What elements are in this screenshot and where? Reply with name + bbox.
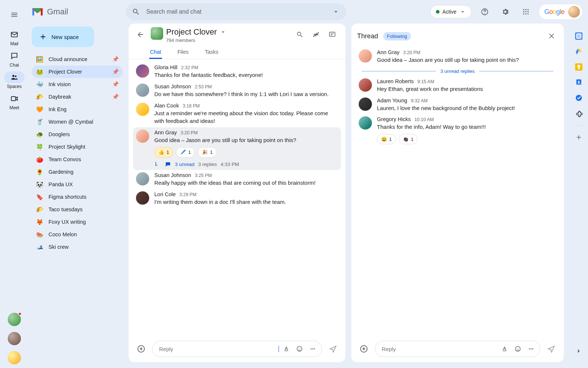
message[interactable]: Susan Johnson 3:25 PM Really happy with … [133, 170, 341, 189]
tasks-app-icon[interactable] [575, 94, 582, 102]
get-addons-button[interactable] [575, 134, 582, 141]
send-button[interactable] [326, 342, 340, 356]
following-badge[interactable]: Following [383, 32, 411, 40]
rail-meet[interactable]: Meet [3, 93, 26, 110]
emoji-button[interactable] [294, 343, 305, 355]
sidepanel-toggle-button[interactable] [571, 344, 586, 358]
calendar-app-icon[interactable]: 31 [575, 32, 582, 40]
chat-search-button[interactable] [293, 27, 307, 42]
space-row[interactable]: 🐢 Dooglers [32, 128, 123, 141]
reaction-chip[interactable]: 🎉1 [198, 147, 216, 158]
thread-send-button[interactable] [544, 342, 559, 356]
reaction-chip[interactable]: 🖊️1 [176, 147, 195, 158]
space-row[interactable]: 🌻 Gardening [32, 166, 123, 178]
svg-rect-17 [329, 32, 335, 36]
space-row[interactable]: 🐸 Project Clover 📌 [32, 66, 123, 78]
message[interactable]: Lauren Roberts 9:15 AM Hey Ethan, great … [356, 76, 559, 95]
apps-grid-button[interactable] [519, 4, 533, 19]
space-row[interactable]: 🖼️ Cloud announce 📌 [32, 53, 123, 66]
space-row[interactable]: 🍅 Team Convos [32, 153, 123, 166]
reply-box[interactable] [152, 341, 322, 357]
rail-account-2[interactable] [8, 332, 21, 345]
help-button[interactable] [477, 4, 492, 19]
add-button[interactable] [134, 342, 148, 356]
svg-point-36 [577, 65, 580, 68]
rail-account-3[interactable] [8, 351, 21, 364]
space-row[interactable]: 🎿 Ski crew [32, 241, 123, 253]
caret-down-icon[interactable] [220, 29, 226, 35]
space-row[interactable]: 🍉 Coco Melon [32, 228, 123, 241]
more-button[interactable] [307, 343, 319, 355]
keep-app-icon[interactable] [575, 63, 582, 71]
reaction-chip[interactable]: 😀1 [377, 134, 396, 144]
text-format-icon [283, 346, 290, 352]
svg-point-8 [523, 9, 524, 10]
message[interactable]: Lori Cole 3:29 PM I'm writing them down … [133, 189, 341, 208]
message[interactable]: Gregory Hicks 10:10 AM Thanks for the in… [356, 114, 559, 146]
space-row[interactable]: 🍀 Project Skylight [32, 141, 123, 153]
reaction-chip[interactable]: 👏🏿1 [399, 134, 417, 144]
drive-app-icon[interactable] [575, 48, 582, 55]
tab-chat[interactable]: Chat [149, 46, 162, 59]
thread-reply-box[interactable] [375, 341, 540, 357]
message-text: Good idea – Jason are you still up for t… [377, 56, 556, 64]
tab-files[interactable]: Files [177, 46, 190, 59]
account-pill[interactable]: Google [539, 4, 582, 19]
format-button[interactable] [499, 343, 510, 355]
main-menu-button[interactable] [6, 7, 22, 23]
new-space-button[interactable]: New space [32, 26, 94, 47]
message[interactable]: Gloria Hill 2:32 PM Thanks for the fanta… [133, 62, 341, 81]
space-row[interactable]: 🦊 Foxy UX writing [32, 216, 123, 228]
message[interactable]: Adam Young 9:32 AM Lauren, I love the ne… [356, 95, 559, 114]
back-button[interactable] [133, 27, 148, 42]
space-row[interactable]: 🌮 Taco tuesdays [32, 203, 123, 216]
message[interactable]: Susan Johnson 2:53 PM Do we have this so… [133, 81, 341, 100]
reply-input[interactable] [158, 346, 279, 353]
space-row[interactable]: 🧡 Ink Eng [32, 103, 123, 116]
rail-mail[interactable]: Mail [3, 29, 26, 46]
settings-button[interactable] [498, 4, 513, 19]
chevron-right-icon [575, 347, 582, 355]
space-row[interactable]: 🌮 Daybreak 📌 [32, 91, 123, 103]
collapse-button[interactable] [309, 27, 323, 42]
search-options-button[interactable] [329, 4, 343, 19]
svg-point-15 [525, 13, 526, 14]
message-author: Susan Johnson [154, 84, 191, 89]
message[interactable]: Ann Gray 3:20 PM Good idea – Jason are y… [356, 47, 559, 66]
space-row[interactable]: 🐼 Panda UX [32, 178, 123, 191]
thread-add-button[interactable] [356, 342, 371, 356]
rail-spaces[interactable]: Spaces [3, 71, 26, 89]
status-chip[interactable]: Active [430, 5, 472, 18]
addons-app-icon[interactable] [575, 110, 582, 117]
format-button[interactable] [280, 343, 292, 355]
message[interactable]: Ann Gray 3:20 PM Good idea – Jason are y… [133, 127, 341, 170]
rail-account-1[interactable] [8, 313, 21, 326]
reaction-chip[interactable]: 👍1 [154, 147, 173, 158]
thread-reply-input[interactable] [381, 346, 497, 353]
message-avatar [359, 116, 372, 130]
open-thread-button[interactable] [325, 27, 340, 42]
rail-chat[interactable]: Chat [3, 50, 26, 68]
thread-summary[interactable]: 3 unread 3 replies 4:33 PM [154, 161, 338, 168]
message-avatar [136, 172, 149, 185]
space-emoji-icon: 🎿 [36, 244, 43, 251]
new-space-label: New space [51, 34, 79, 40]
brand[interactable]: Gmail [32, 7, 120, 17]
emoji-button[interactable] [512, 343, 524, 355]
space-row[interactable]: 🐳 Ink vision 📌 [32, 78, 123, 91]
close-thread-button[interactable] [545, 29, 559, 43]
collapse-icon [312, 31, 320, 38]
message-avatar [136, 64, 149, 78]
svg-point-30 [531, 348, 532, 350]
more-horizontal-icon [309, 346, 316, 352]
more-button[interactable] [525, 343, 537, 355]
search-button[interactable] [129, 4, 143, 19]
message-time: 9:15 AM [417, 79, 434, 84]
contacts-app-icon[interactable] [575, 79, 582, 86]
space-row[interactable]: 🔖 Figma shortcuts [32, 191, 123, 203]
search-bar[interactable] [126, 3, 346, 20]
search-input[interactable] [143, 8, 329, 15]
tab-tasks[interactable]: Tasks [204, 46, 219, 59]
message[interactable]: Alan Cook 3:18 PM Just a reminder we're … [133, 100, 341, 128]
space-row[interactable]: 🥤 Women @ Cymbal [32, 116, 123, 128]
